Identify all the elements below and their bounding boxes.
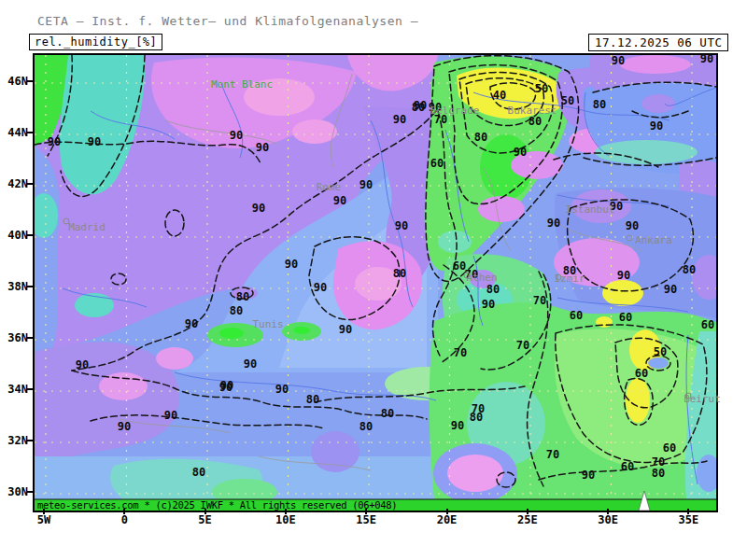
lon-tick-label: 35E [679,513,699,526]
humidity-field-canvas [35,55,716,511]
lon-tick-label: 15E [356,513,376,526]
lat-tick-label: 30N [2,485,28,498]
lon-tick-label: 30E [598,513,618,526]
lat-tick-label: 34N [2,383,28,396]
lon-tick-label: 20E [437,513,458,526]
datetime-label: 17.12.2025 06 UTC [588,34,728,51]
map-frame: meteo-services.com * (c)2025 IWKF * All … [33,53,718,512]
lon-tick-label: 25E [517,513,538,526]
page-title: CETA — Inst. f. Wetter— und Klimafolgena… [37,14,418,28]
lon-tick-label: 10E [275,513,296,526]
lon-tick-label: 0 [121,513,128,526]
lat-tick-label: 36N [2,331,28,344]
lat-tick-label: 46N [2,75,28,88]
variable-label: rel._humidity_[%] [29,34,162,50]
weather-map-page: CETA — Inst. f. Wetter— und Klimafolgena… [0,0,747,560]
lat-tick-label: 42N [2,177,28,190]
credit-bar-text: meteo-services.com * (c)2025 IWKF * All … [37,499,397,511]
lon-tick-label: 5W [37,513,50,526]
lat-tick-label: 40N [2,229,28,242]
lat-tick-label: 44N [2,126,28,139]
lat-tick-label: 38N [2,280,28,293]
lat-tick-label: 32N [2,434,28,447]
lon-tick-label: 5E [198,513,211,526]
